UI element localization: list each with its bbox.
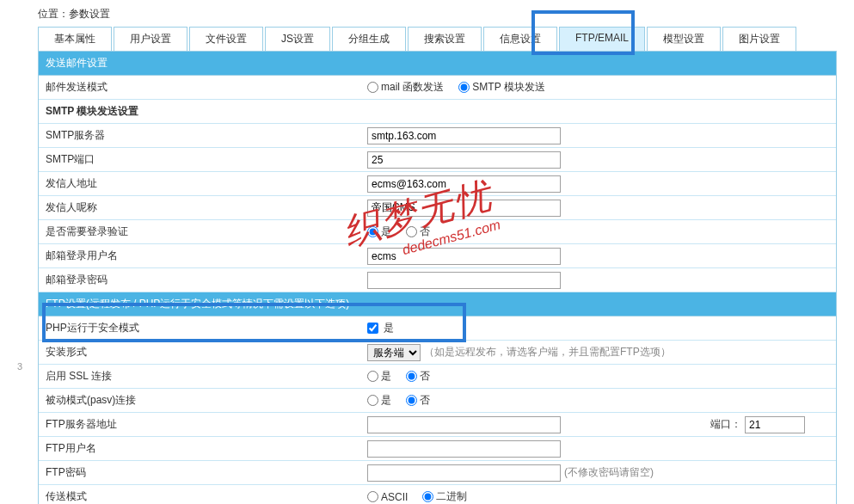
install-hint: （如是远程发布，请选客户端，并且需配置FTP选项） [424,345,671,360]
transfer-binary-radio[interactable] [422,491,433,502]
transfer-binary-label: 二进制 [436,489,467,504]
safe-mode-label: PHP运行于安全模式 [39,317,364,339]
tab-group[interactable]: 分组生成 [332,27,406,51]
settings-panel: 发送邮件设置 邮件发送模式 mail 函数发送 SMTP 模块发送 SMTP 模… [38,52,837,504]
login-user-label: 邮箱登录用户名 [39,245,364,267]
ftp-user-label: FTP用户名 [39,438,364,459]
pasv-yes-radio[interactable] [367,395,378,406]
tab-search[interactable]: 搜索设置 [408,27,482,51]
tab-file[interactable]: 文件设置 [189,27,263,51]
auth-no-label: 否 [420,224,430,239]
tabs-bar: 基本属性 用户设置 文件设置 JS设置 分组生成 搜索设置 信息设置 FTP/E… [38,27,837,52]
smtp-port-label: SMTP端口 [39,149,364,170]
ftp-section-header: FTP设置(远程发布 / PHP运行于安全模式等情况下需设置以下选项) [39,292,836,317]
tab-image[interactable]: 图片设置 [722,27,796,51]
ftp-user-input[interactable] [367,440,561,458]
tab-ftp-email[interactable]: FTP/EMAIL [559,27,645,51]
pasv-no-label: 否 [420,393,430,408]
ssl-no-radio[interactable] [406,371,417,382]
mail-mode-smtp-radio[interactable] [458,82,470,93]
ftp-pass-hint: (不修改密码请留空) [564,465,654,480]
mail-mode-smtp-label: SMTP 模块发送 [472,80,544,95]
page-number: 3 [17,361,22,372]
safe-mode-yes-label: 是 [384,321,394,335]
smtp-sub-header: SMTP 模块发送设置 [39,100,836,124]
auth-yes-radio[interactable] [367,226,378,237]
install-type-label: 安装形式 [39,341,364,363]
ftp-server-label: FTP服务器地址 [39,414,364,435]
smtp-server-input[interactable] [367,127,561,144]
ftp-pass-input[interactable] [367,464,561,482]
ftp-pass-label: FTP密码 [39,462,364,483]
mail-mode-label: 邮件发送模式 [39,77,364,98]
transfer-ascii-label: ASCII [381,491,408,503]
auth-yes-label: 是 [381,224,391,239]
tab-model[interactable]: 模型设置 [647,27,721,51]
install-type-select[interactable]: 服务端 [367,344,421,361]
ssl-no-label: 否 [420,369,430,384]
transfer-label: 传送模式 [39,486,364,504]
smtp-port-input[interactable] [367,151,561,169]
ssl-yes-radio[interactable] [367,371,378,382]
transfer-ascii-radio[interactable] [367,491,378,502]
sender-addr-input[interactable] [367,175,561,193]
pasv-label: 被动模式(pasv)连接 [39,390,364,411]
login-user-input[interactable] [367,248,561,265]
sender-nick-input[interactable] [367,200,561,217]
login-pass-input[interactable] [367,272,561,289]
breadcrumb: 位置：参数设置 [38,3,837,27]
ftp-port-input[interactable] [745,416,805,433]
sender-addr-label: 发信人地址 [39,173,364,194]
login-pass-label: 邮箱登录密码 [39,269,364,291]
ssl-label: 启用 SSL 连接 [39,366,364,387]
mail-mode-func-radio[interactable] [367,82,378,93]
pasv-no-radio[interactable] [406,395,417,406]
auth-no-radio[interactable] [406,226,417,237]
safe-mode-checkbox[interactable] [367,323,378,334]
need-auth-label: 是否需要登录验证 [39,221,364,243]
pasv-yes-label: 是 [381,393,391,408]
ssl-yes-label: 是 [381,369,391,384]
tab-basic[interactable]: 基本属性 [38,27,112,51]
ftp-port-label: 端口： [710,417,741,432]
tab-info[interactable]: 信息设置 [483,27,557,51]
smtp-server-label: SMTP服务器 [39,125,364,146]
mail-mode-func-label: mail 函数发送 [381,80,444,95]
tab-user[interactable]: 用户设置 [114,27,187,51]
ftp-server-input[interactable] [367,416,561,433]
mail-section-header: 发送邮件设置 [39,52,836,76]
sender-nick-label: 发信人呢称 [39,197,364,218]
tab-js[interactable]: JS设置 [265,27,330,51]
